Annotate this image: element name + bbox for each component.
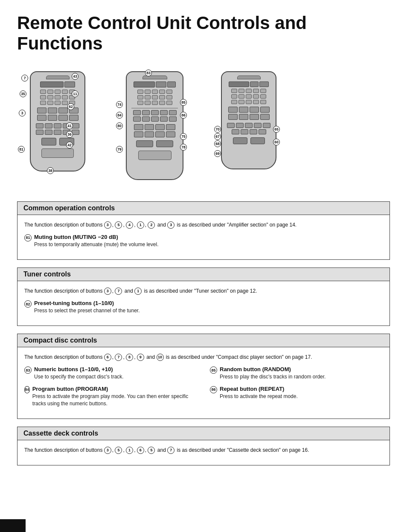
tuner-title: Tuner controls: [17, 268, 390, 281]
tuner-section: Tuner controls The function description …: [17, 267, 390, 326]
label-38: 38: [47, 167, 54, 174]
label-1143: 11: [72, 90, 78, 97]
item-85: 85 Random button (RANDOM) Press to play …: [210, 366, 383, 381]
label-43a: 43: [72, 73, 78, 80]
label-3: 3: [19, 110, 26, 116]
label-42: 42: [66, 142, 73, 148]
label-86: 86: [180, 112, 187, 119]
label-62: 62: [67, 103, 74, 110]
item-82: 82 Preset-tuning buttons (1–10/0) Press …: [24, 300, 383, 314]
item-83: 83 Numeric buttons (1–10/0, +10) Use to …: [24, 366, 197, 381]
remote-3: 70 67 68 69 65 60: [213, 67, 284, 176]
item-85-title: Random button (RANDOM): [220, 366, 326, 372]
item-82-title: Preset-tuning buttons (1–10/0): [34, 300, 140, 306]
item-85-desc: Press to play the disc's tracks in rando…: [220, 373, 326, 381]
label-81: 81: [18, 146, 25, 153]
cassette-title: Cassette deck controls: [17, 427, 390, 440]
label-65: 65: [273, 126, 280, 133]
item-84: 84 Program button (PROGRAM) Press to act…: [24, 386, 197, 407]
item-86: 86 Repeat button (REPEAT) Press to activ…: [210, 386, 383, 400]
item-82-desc: Press to select the preset channel of th…: [34, 307, 140, 314]
label-35: 35: [20, 90, 26, 97]
label-78: 78: [180, 144, 187, 151]
label-75: 75: [180, 133, 187, 140]
label-84: 84: [116, 112, 123, 119]
item-84-title: Program button (PROGRAM): [32, 386, 197, 392]
cassette-desc: The function description of buttons 3, 5…: [24, 446, 383, 454]
label-80: 80: [116, 122, 123, 129]
item-86-title: Repeat button (REPEAT): [220, 386, 298, 392]
cassette-section: Cassette deck controls The function desc…: [17, 427, 390, 465]
label-67: 67: [214, 133, 221, 140]
item-81: 81 Muting button (MUTING −20 dB) Press t…: [24, 234, 383, 248]
cd-section: Compact disc controls The function descr…: [17, 334, 390, 419]
label-79: 79: [116, 146, 123, 153]
item-86-desc: Press to activate the repeat mode.: [220, 393, 298, 400]
remote-1: 7 43 35 11 62 3 41 36 81 42 38: [21, 67, 90, 178]
label-70: 70: [214, 126, 221, 133]
remote-2: 74 84 80 79 85 86 75 78 83: [115, 67, 190, 184]
common-operation-title: Common operation controls: [17, 202, 390, 215]
label-68: 68: [214, 140, 221, 147]
label-69: 69: [214, 150, 221, 157]
label-41: 41: [66, 122, 73, 129]
item-81-desc: Press to temporarily attenuate (mute) th…: [34, 241, 158, 248]
label-7: 7: [21, 75, 28, 81]
label-85: 85: [180, 99, 187, 106]
item-84-desc: Press to activate the program play mode.…: [32, 393, 197, 407]
label-83: 83: [145, 70, 152, 76]
bottom-bar: [0, 519, 26, 532]
page-title: Remote Control Unit Controls and Functio…: [17, 13, 390, 54]
label-36: 36: [66, 131, 73, 138]
cd-title: Compact disc controls: [17, 334, 390, 347]
common-operation-desc: The function description of buttons 3, 5…: [24, 221, 383, 229]
remote-diagrams: 7 43 35 11 62 3 41 36 81 42 38: [17, 67, 390, 184]
item-83-title: Numeric buttons (1–10/0, +10): [34, 366, 124, 372]
label-60: 60: [273, 139, 280, 145]
item-81-title: Muting button (MUTING −20 dB): [34, 234, 158, 240]
common-operation-section: Common operation controls The function d…: [17, 201, 390, 260]
item-83-desc: Use to specify the compact disc's track.: [34, 373, 124, 381]
label-74: 74: [116, 101, 123, 108]
cd-desc: The function description of buttons 6, 7…: [24, 353, 383, 361]
tuner-desc: The function description of buttons 3, 7…: [24, 287, 383, 295]
